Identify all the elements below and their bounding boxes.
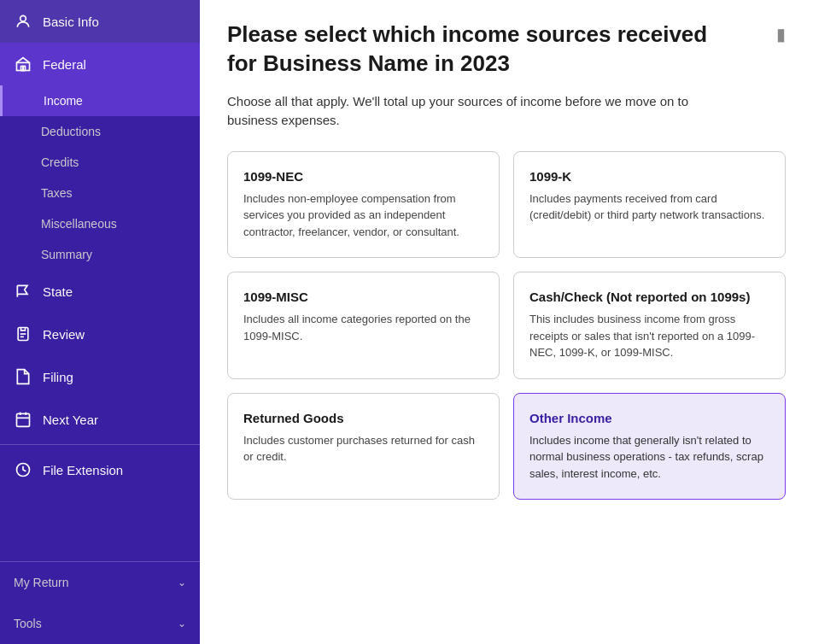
- sidebar-label-basic-info: Basic Info: [43, 15, 99, 29]
- card-desc-1099-nec: Includes non-employee compensation from …: [243, 190, 483, 241]
- sidebar-label-next-year: Next Year: [43, 413, 98, 427]
- income-card-1099-misc[interactable]: 1099-MISC Includes all income categories…: [227, 272, 500, 379]
- chevron-down-icon: ⌄: [178, 577, 186, 588]
- sidebar-subitem-credits[interactable]: Credits: [0, 147, 200, 178]
- miscellaneous-label: Miscellaneous: [41, 217, 117, 231]
- income-label: Income: [44, 94, 83, 108]
- income-card-1099-k[interactable]: 1099-K Includes payments received from c…: [513, 151, 786, 259]
- my-return-label: My Return: [14, 576, 69, 589]
- sidebar-item-next-year[interactable]: Next Year: [0, 398, 200, 441]
- sidebar-label-review: Review: [43, 327, 85, 342]
- credits-label: Credits: [41, 155, 79, 169]
- person-icon: [14, 12, 32, 31]
- sidebar-subitem-miscellaneous[interactable]: Miscellaneous: [0, 208, 200, 239]
- file-icon: [14, 367, 32, 386]
- sidebar-label-federal: Federal: [43, 57, 86, 72]
- bookmark-icon[interactable]: ▮: [776, 24, 786, 44]
- sidebar-item-filing[interactable]: Filing: [0, 355, 200, 398]
- sidebar-item-my-return[interactable]: My Return ⌄: [0, 562, 200, 603]
- income-card-cash-check[interactable]: Cash/Check (Not reported on 1099s) This …: [513, 272, 786, 379]
- svg-point-0: [20, 15, 26, 21]
- sidebar-subitem-deductions[interactable]: Deductions: [0, 116, 200, 147]
- tools-label: Tools: [14, 617, 42, 630]
- card-desc-cash-check: This includes business income from gross…: [529, 311, 769, 361]
- clipboard-icon: [14, 325, 32, 343]
- card-title-returned-goods: Returned Goods: [243, 411, 483, 425]
- card-title-1099-k: 1099-K: [529, 169, 769, 184]
- card-title-other-income: Other Income: [529, 411, 769, 425]
- income-card-1099-nec[interactable]: 1099-NEC Includes non-employee compensat…: [227, 151, 500, 259]
- sidebar-subitem-taxes[interactable]: Taxes: [0, 178, 200, 208]
- building-icon: [14, 55, 32, 73]
- sidebar-item-tools[interactable]: Tools ⌄: [0, 603, 200, 644]
- card-title-1099-nec: 1099-NEC: [243, 169, 483, 184]
- card-desc-1099-k: Includes payments received from card (cr…: [529, 190, 769, 224]
- card-desc-1099-misc: Includes all income categories reported …: [243, 311, 483, 344]
- calendar-icon: [14, 410, 32, 429]
- svg-rect-3: [23, 67, 26, 71]
- svg-rect-7: [17, 413, 30, 426]
- sidebar-label-state: State: [43, 284, 73, 299]
- card-title-cash-check: Cash/Check (Not reported on 1099s): [529, 290, 769, 304]
- page-title: Please select which income sources recei…: [227, 20, 722, 79]
- taxes-label: Taxes: [41, 186, 73, 200]
- page-header: Please select which income sources recei…: [227, 20, 786, 79]
- sidebar-label-file-extension: File Extension: [43, 463, 123, 477]
- sidebar-label-filing: Filing: [43, 370, 73, 384]
- sidebar-item-review[interactable]: Review: [0, 313, 200, 355]
- sidebar-item-federal[interactable]: Federal: [0, 43, 200, 85]
- sidebar-subitem-summary[interactable]: Summary: [0, 239, 200, 270]
- card-title-1099-misc: 1099-MISC: [243, 290, 483, 304]
- sidebar: Basic Info Federal Income Deductions Cre…: [0, 0, 200, 644]
- sidebar-item-state[interactable]: State: [0, 270, 200, 313]
- sidebar-bottom: My Return ⌄ Tools ⌄: [0, 561, 200, 644]
- deductions-label: Deductions: [41, 125, 101, 138]
- sidebar-subitem-income[interactable]: Income: [0, 85, 200, 116]
- sidebar-item-basic-info[interactable]: Basic Info: [0, 0, 200, 43]
- income-card-returned-goods[interactable]: Returned Goods Includes customer purchas…: [227, 393, 500, 501]
- income-cards-grid: 1099-NEC Includes non-employee compensat…: [227, 151, 786, 501]
- chevron-down-icon-tools: ⌄: [178, 618, 186, 629]
- main-content: Please select which income sources recei…: [200, 0, 813, 644]
- clock-icon: [14, 460, 32, 479]
- flag-icon: [14, 282, 32, 301]
- card-desc-returned-goods: Includes customer purchases returned for…: [243, 432, 483, 465]
- income-card-other-income[interactable]: Other Income Includes income that genera…: [513, 393, 786, 501]
- sidebar-item-file-extension[interactable]: File Extension: [0, 448, 200, 491]
- card-desc-other-income: Includes income that generally isn't rel…: [529, 432, 769, 483]
- summary-label: Summary: [41, 248, 92, 261]
- page-subtitle: Choose all that apply. We'll total up yo…: [227, 92, 731, 131]
